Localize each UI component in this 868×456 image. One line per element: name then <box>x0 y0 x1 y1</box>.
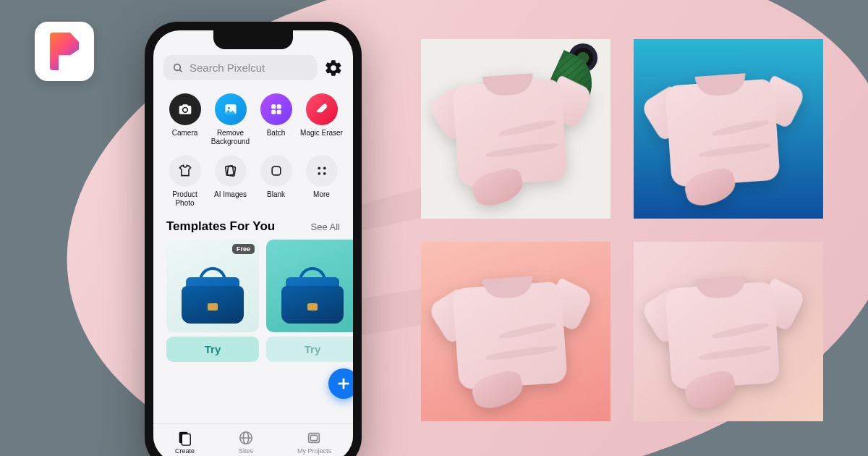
grid-icon <box>270 103 283 116</box>
cards-icon <box>224 164 238 178</box>
tab-label: My Projects <box>297 447 331 455</box>
pink-tshirt <box>435 265 596 405</box>
phone-frame: Search Pixelcut Camera Remove Background… <box>145 22 362 456</box>
svg-line-1 <box>179 69 182 72</box>
tools-grid: Camera Remove Background Batch Magic Era… <box>153 86 353 212</box>
svg-point-14 <box>323 172 326 175</box>
phone-screen: Search Pixelcut Camera Remove Background… <box>153 30 353 456</box>
svg-rect-5 <box>276 104 281 109</box>
image-icon <box>224 102 238 117</box>
svg-point-0 <box>174 64 181 70</box>
svg-rect-23 <box>311 435 318 440</box>
plus-icon <box>336 376 352 392</box>
svg-point-11 <box>318 166 320 169</box>
globe-icon <box>238 430 254 446</box>
pixelcut-logo-icon <box>50 33 79 70</box>
tool-magic-eraser[interactable]: Magic Eraser <box>299 93 344 146</box>
tab-label: Create <box>175 447 195 455</box>
search-placeholder: Search Pixelcut <box>190 62 265 74</box>
tab-sites[interactable]: Sites <box>238 430 254 455</box>
search-input[interactable]: Search Pixelcut <box>163 55 317 80</box>
templates-title: Templates For You <box>166 219 275 234</box>
templates-row: Free Try Try <box>153 240 353 423</box>
mockup-blue-gradient[interactable] <box>634 39 823 219</box>
tool-label: Batch <box>267 129 286 138</box>
gear-icon[interactable] <box>324 59 343 77</box>
tool-label: Magic Eraser <box>300 129 343 138</box>
pink-tshirt <box>435 62 596 203</box>
svg-rect-18 <box>182 434 191 446</box>
tool-label: Remove Background <box>208 129 253 146</box>
mockup-peach-gradient[interactable] <box>421 242 610 421</box>
tab-label: Sites <box>239 447 253 455</box>
handbag-graphic <box>182 274 244 324</box>
add-button[interactable] <box>328 368 353 399</box>
templates-header: Templates For You See All <box>153 212 353 240</box>
template-thumbnail: Free <box>166 240 259 332</box>
mockup-grid <box>421 39 823 421</box>
tool-remove-background[interactable]: Remove Background <box>208 93 253 146</box>
svg-rect-7 <box>276 110 281 114</box>
svg-rect-9 <box>225 166 234 176</box>
svg-rect-6 <box>271 110 276 114</box>
see-all-link[interactable]: See All <box>311 221 340 232</box>
template-card[interactable]: Free Try <box>166 240 259 423</box>
template-card[interactable]: Try <box>266 240 353 423</box>
handbag-graphic <box>281 274 344 324</box>
tool-label: More <box>313 190 330 199</box>
svg-rect-4 <box>271 104 276 109</box>
tab-bar: Create Sites My Projects <box>153 423 353 456</box>
template-thumbnail <box>266 240 353 332</box>
svg-rect-10 <box>272 166 281 175</box>
tool-label: Camera <box>172 129 198 138</box>
try-button[interactable]: Try <box>266 337 353 362</box>
search-icon <box>172 62 184 74</box>
free-badge: Free <box>232 244 255 254</box>
tool-label: Product Photo <box>163 190 208 208</box>
tab-my-projects[interactable]: My Projects <box>297 430 331 455</box>
more-icon <box>315 164 328 177</box>
tool-blank[interactable]: Blank <box>253 155 299 208</box>
tool-label: Blank <box>267 190 285 199</box>
tool-label: AI Images <box>214 190 247 199</box>
svg-point-13 <box>318 172 320 175</box>
tool-batch[interactable]: Batch <box>253 93 299 146</box>
pink-tshirt <box>648 62 809 203</box>
camera-icon <box>178 102 192 117</box>
tab-create[interactable]: Create <box>175 430 195 455</box>
tool-product-photo[interactable]: Product Photo <box>162 155 208 208</box>
mockup-white-plant[interactable] <box>421 39 610 219</box>
eraser-icon <box>315 102 329 117</box>
svg-point-12 <box>323 166 326 169</box>
phone-notch <box>213 30 293 49</box>
create-icon <box>176 430 192 446</box>
mockup-pink-marble[interactable] <box>634 242 823 421</box>
folder-icon <box>306 430 322 446</box>
tool-more[interactable]: More <box>299 155 344 208</box>
svg-point-3 <box>227 107 229 109</box>
pink-tshirt <box>648 265 809 405</box>
tool-camera[interactable]: Camera <box>162 93 208 146</box>
app-logo-badge <box>35 22 94 81</box>
try-button[interactable]: Try <box>166 337 259 362</box>
blank-icon <box>269 164 284 178</box>
tool-ai-images[interactable]: AI Images <box>208 155 253 208</box>
tshirt-icon <box>178 164 192 178</box>
